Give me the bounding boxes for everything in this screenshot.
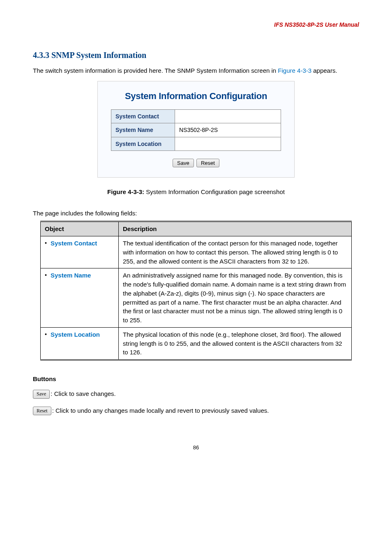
figure-link: Figure 4-3-3: [278, 67, 311, 74]
config-form-table: System Contact System Name System Locati…: [111, 109, 281, 151]
object-system-contact: System Contact: [51, 239, 97, 248]
system-name-input[interactable]: [179, 127, 277, 133]
table-row: • System Contact The textual identificat…: [41, 236, 352, 268]
desc-system-location: The physical location of this node (e.g.…: [119, 327, 352, 360]
system-name-label: System Name: [111, 123, 175, 137]
config-panel: System Information Configuration System …: [97, 81, 295, 178]
object-system-location: System Location: [51, 330, 100, 339]
intro-paragraph: The switch system information is provide…: [33, 66, 359, 75]
col-description: Description: [119, 222, 352, 236]
desc-system-contact: The textual identification of the contac…: [119, 236, 352, 268]
save-button[interactable]: Save: [173, 159, 194, 167]
save-button-desc-line: Save: Click to save changes.: [33, 389, 359, 399]
save-button-inline: Save: [33, 390, 50, 398]
figure-caption: Figure 4-3-3: System Information Configu…: [33, 187, 359, 197]
buttons-heading: Buttons: [33, 375, 359, 384]
page-number: 86: [33, 444, 359, 452]
bullet-icon: •: [45, 330, 51, 339]
system-contact-label: System Contact: [111, 109, 175, 123]
save-button-desc: : Click to save changes.: [51, 390, 115, 397]
system-name-cell: [175, 123, 281, 137]
fields-table: Object Description • System Contact The …: [40, 221, 352, 361]
panel-title: System Information Configuration: [111, 90, 281, 103]
system-location-label: System Location: [111, 137, 175, 150]
desc-system-name: An administratively assigned name for th…: [119, 268, 352, 328]
system-location-input[interactable]: [179, 141, 277, 147]
figure-caption-number: Figure 4-3-3:: [107, 188, 144, 195]
system-contact-input[interactable]: [179, 113, 277, 120]
fields-intro: The page includes the following fields:: [33, 209, 359, 218]
figure-caption-text: System Information Configuration page sc…: [144, 188, 285, 195]
table-row: • System Name An administratively assign…: [41, 268, 352, 328]
intro-text: The switch system information is provide…: [33, 67, 278, 74]
system-contact-cell: [175, 109, 281, 123]
reset-button-inline: Reset: [33, 407, 51, 415]
doc-header: IFS NS3502-8P-2S User Manual: [33, 21, 359, 29]
object-system-name: System Name: [51, 271, 91, 280]
reset-button[interactable]: Reset: [196, 159, 219, 167]
table-row: • System Location The physical location …: [41, 327, 352, 360]
intro-text-tail: appears.: [311, 67, 337, 74]
system-location-cell: [175, 137, 281, 150]
reset-button-desc: : Click to undo any changes made locally…: [52, 407, 269, 414]
bullet-icon: •: [45, 239, 51, 247]
col-object: Object: [41, 222, 119, 236]
reset-button-desc-line: Reset: Click to undo any changes made lo…: [33, 406, 359, 416]
section-heading: 4.3.3 SNMP System Information: [33, 49, 359, 61]
bullet-icon: •: [45, 271, 51, 280]
panel-button-row: Save Reset: [111, 158, 281, 167]
